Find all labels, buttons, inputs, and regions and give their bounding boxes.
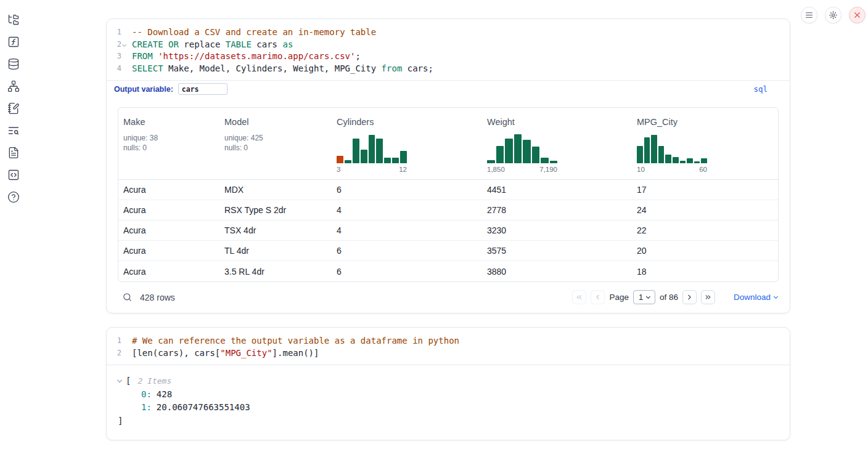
- code-line[interactable]: 1# We can reference the output variable …: [107, 335, 790, 347]
- gear-icon: [829, 10, 838, 20]
- database-icon: [7, 58, 20, 70]
- column-histogram: 1060: [637, 134, 707, 174]
- page-label: Page: [609, 293, 629, 302]
- table-cell: 4451: [482, 185, 632, 195]
- close-button[interactable]: [849, 7, 866, 23]
- column-stat-line: unique: 38: [123, 133, 215, 143]
- column-header[interactable]: Modelunique: 425nulls: 0: [219, 116, 332, 179]
- line-number: 1: [107, 26, 121, 39]
- histogram-bar: [658, 146, 665, 163]
- column-header[interactable]: Makeunique: 38nulls: 0: [118, 116, 219, 179]
- chevrons-left-icon: [575, 293, 583, 301]
- code-text: SELECT Make, Model, Cylinders, Weight, M…: [121, 63, 433, 75]
- sql-cell: 1-- Download a CSV and create an in-memo…: [106, 18, 790, 313]
- sidebar-item-variables[interactable]: [7, 36, 20, 48]
- table-cell: 22: [632, 225, 778, 235]
- page-select[interactable]: 1: [633, 290, 655, 304]
- table-row[interactable]: AcuraTSX 4dr4323022: [118, 220, 778, 241]
- histogram-min-label: 10: [637, 166, 645, 174]
- table-cell: 20: [632, 246, 778, 256]
- column-header[interactable]: Weight1,8507,190: [482, 116, 632, 179]
- table-row[interactable]: AcuraRSX Type S 2dr4277824: [118, 200, 778, 220]
- tree-open-bracket: [: [126, 374, 131, 388]
- column-stats: unique: 425nulls: 0: [224, 133, 327, 153]
- sidebar-item-help[interactable]: [7, 191, 20, 203]
- chevron-right-icon: [686, 293, 694, 301]
- table-row[interactable]: AcuraTL 4dr6357520: [118, 241, 778, 261]
- tree-close-bracket: ]: [118, 415, 779, 428]
- histogram-min-label: 3: [337, 166, 340, 174]
- python-cell-output: [ 2 Items 0:4281:20.060747663551403 ]: [107, 365, 790, 440]
- left-sidebar: [0, 0, 27, 449]
- first-page-button[interactable]: [572, 290, 586, 304]
- data-table: Makeunique: 38nulls: 0Modelunique: 425nu…: [118, 107, 779, 282]
- table-cell: 6: [332, 246, 482, 256]
- sidebar-item-file-explorer[interactable]: [7, 14, 20, 26]
- histogram-min-label: 1,850: [487, 166, 505, 174]
- code-text: CREATE OR replace TABLE cars as: [121, 39, 293, 51]
- collapse-chevron-icon[interactable]: [117, 378, 122, 382]
- histogram-bar: [345, 160, 351, 163]
- sql-code-editor[interactable]: 1-- Download a CSV and create an in-memo…: [107, 19, 790, 80]
- histogram-bar: [337, 156, 343, 163]
- code-line[interactable]: 4SELECT Make, Model, Cylinders, Weight, …: [107, 63, 790, 75]
- python-code-editor[interactable]: 1# We can reference the output variable …: [107, 328, 790, 365]
- menu-button[interactable]: [801, 7, 817, 23]
- table-cell: 3.5 RL 4dr: [219, 267, 332, 277]
- table-cell: MDX: [219, 185, 332, 195]
- histogram-bar: [487, 160, 495, 163]
- sidebar-item-snippets[interactable]: [7, 169, 20, 181]
- table-cell: Acura: [118, 246, 219, 256]
- search-button[interactable]: [121, 292, 133, 303]
- output-variable-input[interactable]: [178, 83, 227, 95]
- code-line[interactable]: 3FROM 'https://datasets.marimo.app/cars.…: [107, 51, 790, 63]
- table-cell: 6: [332, 185, 482, 195]
- column-name: Cylinders: [337, 116, 477, 127]
- histogram-bars: [337, 134, 407, 163]
- code-line[interactable]: 2CREATE OR replace TABLE cars as: [107, 39, 790, 51]
- search-icon: [122, 292, 133, 302]
- sidebar-item-scratchpad[interactable]: [7, 102, 20, 115]
- tree-key: 1:: [141, 402, 152, 412]
- histogram-bar: [532, 147, 540, 163]
- histogram-bar: [392, 158, 399, 163]
- function-square-icon: [7, 36, 20, 48]
- sidebar-item-documentation[interactable]: [7, 147, 20, 159]
- table-row[interactable]: Acura3.5 RL 4dr6388018: [118, 261, 778, 281]
- table-row[interactable]: AcuraMDX6445117: [118, 180, 778, 200]
- python-cell: 1# We can reference the output variable …: [106, 327, 790, 440]
- table-cell: Acura: [118, 225, 219, 235]
- download-button[interactable]: Download: [734, 293, 777, 302]
- last-page-button[interactable]: [701, 290, 715, 304]
- prev-page-button[interactable]: [591, 290, 605, 304]
- code-line[interactable]: 2[len(cars), cars["MPG_City"].mean()]: [107, 347, 790, 360]
- histogram-bar: [505, 139, 513, 163]
- column-header[interactable]: Cylinders312: [332, 116, 482, 179]
- column-header[interactable]: MPG_City1060: [632, 116, 778, 179]
- histogram-bars: [637, 134, 707, 163]
- histogram-max-label: 7,190: [539, 166, 557, 174]
- sidebar-item-logs[interactable]: [7, 124, 20, 137]
- table-cell: Acura: [118, 267, 219, 277]
- text-search-icon: [7, 124, 20, 137]
- column-name: Weight: [487, 116, 627, 127]
- histogram-bar: [687, 158, 693, 163]
- histogram-bar: [384, 158, 391, 163]
- histogram-axis-labels: 1060: [637, 166, 707, 174]
- histogram-bar: [665, 155, 671, 163]
- settings-button[interactable]: [825, 7, 841, 23]
- column-name: Model: [224, 116, 327, 127]
- table-cell: TSX 4dr: [219, 225, 332, 235]
- histogram-bar: [694, 161, 700, 163]
- table-cell: 4: [332, 205, 482, 215]
- pagination: Page 1 of 86: [572, 290, 715, 304]
- code-line[interactable]: 1-- Download a CSV and create an in-memo…: [107, 26, 790, 39]
- page-total-label: of 86: [660, 293, 678, 302]
- network-icon: [7, 80, 20, 92]
- sidebar-item-dependency-graph[interactable]: [7, 80, 20, 92]
- next-page-button[interactable]: [682, 290, 697, 304]
- histogram-max-label: 60: [699, 166, 707, 174]
- table-cell: TL 4dr: [219, 246, 332, 256]
- close-icon: [853, 10, 862, 20]
- sidebar-item-datasources[interactable]: [7, 58, 20, 70]
